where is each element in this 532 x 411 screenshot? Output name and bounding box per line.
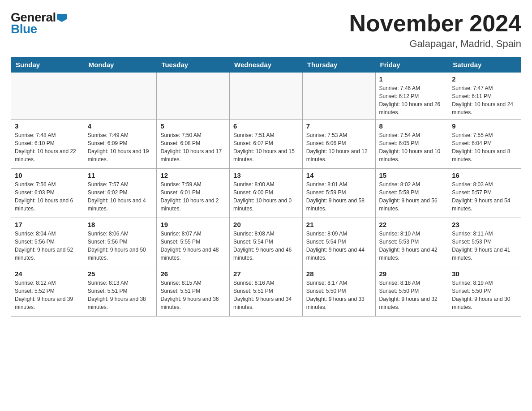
day-info: Sunrise: 8:02 AMSunset: 5:58 PMDaylight:… xyxy=(379,180,445,213)
day-number: 8 xyxy=(379,122,445,130)
calendar-cell: 5Sunrise: 7:50 AMSunset: 6:08 PMDaylight… xyxy=(157,120,230,169)
day-info: Sunrise: 8:12 AMSunset: 5:52 PMDaylight:… xyxy=(15,279,80,311)
day-number: 11 xyxy=(88,171,153,179)
calendar-cell: 14Sunrise: 8:01 AMSunset: 5:59 PMDayligh… xyxy=(302,169,375,218)
day-info: Sunrise: 8:11 AMSunset: 5:53 PMDaylight:… xyxy=(452,230,517,262)
day-info: Sunrise: 8:17 AMSunset: 5:50 PMDaylight:… xyxy=(306,279,372,311)
page-header: General Blue November 2024 Galapagar, Ma… xyxy=(11,11,521,50)
calendar-cell: 4Sunrise: 7:49 AMSunset: 6:09 PMDaylight… xyxy=(84,120,157,169)
calendar-cell: 12Sunrise: 7:59 AMSunset: 6:01 PMDayligh… xyxy=(157,169,230,218)
day-info: Sunrise: 7:46 AMSunset: 6:12 PMDaylight:… xyxy=(379,84,445,116)
weekday-header-friday: Friday xyxy=(375,57,448,73)
calendar-cell: 29Sunrise: 8:18 AMSunset: 5:50 PMDayligh… xyxy=(375,267,448,317)
calendar-cell: 22Sunrise: 8:10 AMSunset: 5:53 PMDayligh… xyxy=(375,218,448,267)
calendar-cell: 9Sunrise: 7:55 AMSunset: 6:04 PMDaylight… xyxy=(448,120,521,169)
weekday-header-wednesday: Wednesday xyxy=(230,57,303,73)
calendar-cell: 16Sunrise: 8:03 AMSunset: 5:57 PMDayligh… xyxy=(448,169,521,218)
calendar-cell: 18Sunrise: 8:06 AMSunset: 5:56 PMDayligh… xyxy=(84,218,157,267)
day-info: Sunrise: 7:51 AMSunset: 6:07 PMDaylight:… xyxy=(233,131,299,163)
day-info: Sunrise: 8:16 AMSunset: 5:51 PMDaylight:… xyxy=(233,279,299,311)
week-row-2: 3Sunrise: 7:48 AMSunset: 6:10 PMDaylight… xyxy=(11,120,521,169)
logo-arrow-icon xyxy=(57,14,67,22)
week-row-1: 1Sunrise: 7:46 AMSunset: 6:12 PMDaylight… xyxy=(11,73,521,120)
calendar-cell: 21Sunrise: 8:09 AMSunset: 5:54 PMDayligh… xyxy=(302,218,375,267)
calendar-cell: 26Sunrise: 8:15 AMSunset: 5:51 PMDayligh… xyxy=(157,267,230,317)
day-info: Sunrise: 7:50 AMSunset: 6:08 PMDaylight:… xyxy=(160,131,226,163)
day-number: 22 xyxy=(379,221,445,228)
day-number: 20 xyxy=(233,221,299,228)
day-info: Sunrise: 8:18 AMSunset: 5:50 PMDaylight:… xyxy=(379,279,445,311)
calendar-cell: 3Sunrise: 7:48 AMSunset: 6:10 PMDaylight… xyxy=(11,120,84,169)
calendar-cell: 27Sunrise: 8:16 AMSunset: 5:51 PMDayligh… xyxy=(230,267,303,317)
calendar-cell: 15Sunrise: 8:02 AMSunset: 5:58 PMDayligh… xyxy=(375,169,448,218)
day-number: 26 xyxy=(160,270,226,278)
day-number: 1 xyxy=(379,75,445,83)
day-number: 9 xyxy=(452,122,517,130)
day-number: 23 xyxy=(452,221,517,228)
day-info: Sunrise: 7:56 AMSunset: 6:03 PMDaylight:… xyxy=(15,180,80,213)
day-number: 14 xyxy=(306,171,372,179)
day-number: 3 xyxy=(15,122,80,130)
day-info: Sunrise: 7:59 AMSunset: 6:01 PMDaylight:… xyxy=(160,180,226,213)
weekday-header-thursday: Thursday xyxy=(302,57,375,73)
calendar-cell xyxy=(11,73,84,120)
weekday-header-monday: Monday xyxy=(84,57,157,73)
day-number: 2 xyxy=(452,75,517,83)
calendar-cell: 13Sunrise: 8:00 AMSunset: 6:00 PMDayligh… xyxy=(230,169,303,218)
day-number: 7 xyxy=(306,122,372,130)
day-number: 21 xyxy=(306,221,372,228)
calendar-cell: 7Sunrise: 7:53 AMSunset: 6:06 PMDaylight… xyxy=(302,120,375,169)
day-info: Sunrise: 7:47 AMSunset: 6:11 PMDaylight:… xyxy=(452,84,517,116)
calendar-cell: 20Sunrise: 8:08 AMSunset: 5:54 PMDayligh… xyxy=(230,218,303,267)
weekday-header-sunday: Sunday xyxy=(11,57,84,73)
day-number: 6 xyxy=(233,122,299,130)
day-number: 29 xyxy=(379,270,445,278)
day-info: Sunrise: 8:06 AMSunset: 5:56 PMDaylight:… xyxy=(88,230,153,262)
day-number: 10 xyxy=(15,171,80,179)
title-block: November 2024 Galapagar, Madrid, Spain xyxy=(349,11,521,50)
calendar-cell xyxy=(230,73,303,120)
calendar-table: SundayMondayTuesdayWednesdayThursdayFrid… xyxy=(11,57,521,317)
day-info: Sunrise: 8:10 AMSunset: 5:53 PMDaylight:… xyxy=(379,230,445,262)
day-info: Sunrise: 8:07 AMSunset: 5:55 PMDaylight:… xyxy=(160,230,226,262)
day-info: Sunrise: 7:53 AMSunset: 6:06 PMDaylight:… xyxy=(306,131,372,163)
day-info: Sunrise: 7:48 AMSunset: 6:10 PMDaylight:… xyxy=(15,131,80,163)
weekday-header-tuesday: Tuesday xyxy=(157,57,230,73)
day-number: 12 xyxy=(160,171,226,179)
day-info: Sunrise: 7:49 AMSunset: 6:09 PMDaylight:… xyxy=(88,131,153,163)
weekday-header-saturday: Saturday xyxy=(448,57,521,73)
day-info: Sunrise: 8:04 AMSunset: 5:56 PMDaylight:… xyxy=(15,230,80,262)
day-info: Sunrise: 8:08 AMSunset: 5:54 PMDaylight:… xyxy=(233,230,299,262)
day-number: 18 xyxy=(88,221,153,228)
calendar-cell: 6Sunrise: 7:51 AMSunset: 6:07 PMDaylight… xyxy=(230,120,303,169)
week-row-4: 17Sunrise: 8:04 AMSunset: 5:56 PMDayligh… xyxy=(11,218,521,267)
day-info: Sunrise: 8:00 AMSunset: 6:00 PMDaylight:… xyxy=(233,180,299,213)
day-info: Sunrise: 8:01 AMSunset: 5:59 PMDaylight:… xyxy=(306,180,372,213)
calendar-cell: 2Sunrise: 7:47 AMSunset: 6:11 PMDaylight… xyxy=(448,73,521,120)
day-number: 27 xyxy=(233,270,299,278)
calendar-cell: 10Sunrise: 7:56 AMSunset: 6:03 PMDayligh… xyxy=(11,169,84,218)
day-number: 25 xyxy=(88,270,153,278)
calendar-cell: 30Sunrise: 8:19 AMSunset: 5:50 PMDayligh… xyxy=(448,267,521,317)
day-info: Sunrise: 8:09 AMSunset: 5:54 PMDaylight:… xyxy=(306,230,372,262)
day-info: Sunrise: 8:19 AMSunset: 5:50 PMDaylight:… xyxy=(452,279,517,311)
day-number: 5 xyxy=(160,122,226,130)
day-info: Sunrise: 8:03 AMSunset: 5:57 PMDaylight:… xyxy=(452,180,517,213)
day-number: 28 xyxy=(306,270,372,278)
logo: General Blue xyxy=(11,11,67,36)
calendar-title: November 2024 xyxy=(349,11,521,36)
calendar-cell xyxy=(302,73,375,120)
day-info: Sunrise: 8:13 AMSunset: 5:51 PMDaylight:… xyxy=(88,279,153,311)
day-info: Sunrise: 7:57 AMSunset: 6:02 PMDaylight:… xyxy=(88,180,153,213)
calendar-cell: 28Sunrise: 8:17 AMSunset: 5:50 PMDayligh… xyxy=(302,267,375,317)
day-number: 13 xyxy=(233,171,299,179)
day-number: 4 xyxy=(88,122,153,130)
calendar-subtitle: Galapagar, Madrid, Spain xyxy=(349,38,521,50)
weekday-header-row: SundayMondayTuesdayWednesdayThursdayFrid… xyxy=(11,57,521,73)
day-number: 19 xyxy=(160,221,226,228)
calendar-cell: 25Sunrise: 8:13 AMSunset: 5:51 PMDayligh… xyxy=(84,267,157,317)
day-info: Sunrise: 7:54 AMSunset: 6:05 PMDaylight:… xyxy=(379,131,445,163)
day-number: 16 xyxy=(452,171,517,179)
calendar-cell xyxy=(157,73,230,120)
calendar-cell: 19Sunrise: 8:07 AMSunset: 5:55 PMDayligh… xyxy=(157,218,230,267)
